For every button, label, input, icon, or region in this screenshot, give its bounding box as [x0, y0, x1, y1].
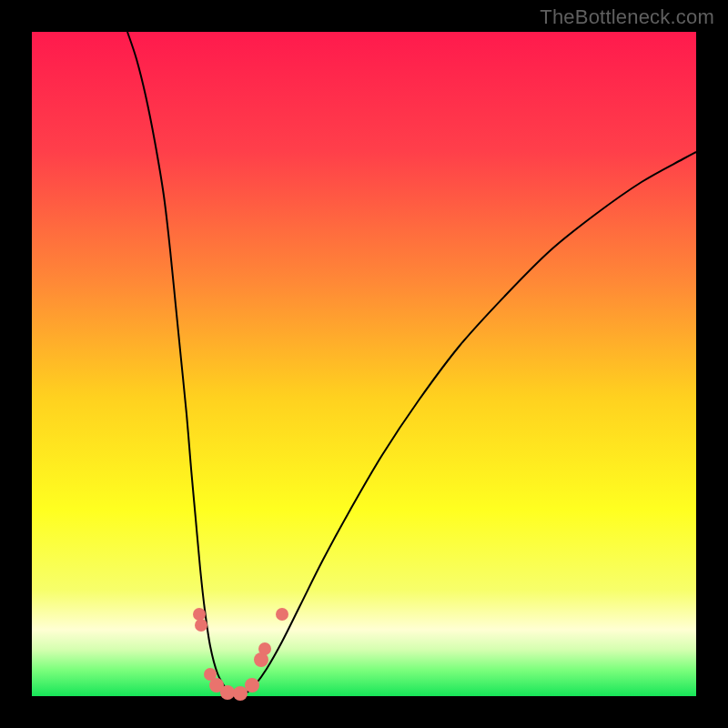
data-marker: [195, 619, 207, 632]
right-curve: [238, 152, 696, 696]
data-marker: [233, 686, 248, 701]
data-marker: [193, 608, 206, 621]
attribution-text: TheBottleneck.com: [540, 5, 714, 29]
data-marker: [245, 678, 259, 693]
data-marker: [258, 642, 271, 655]
data-marker: [276, 608, 288, 621]
data-marker: [220, 685, 235, 700]
left-curve: [127, 32, 238, 696]
